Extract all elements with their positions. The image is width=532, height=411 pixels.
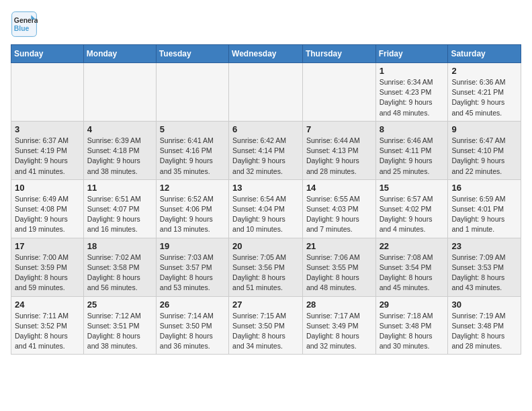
day-number: 4	[87, 124, 152, 134]
day-number: 8	[380, 124, 445, 134]
svg-text:Blue: Blue	[14, 25, 30, 32]
day-number: 6	[232, 124, 299, 134]
day-info: Sunrise: 6:41 AM Sunset: 4:16 PM Dayligh…	[160, 136, 225, 177]
day-number: 22	[380, 241, 445, 251]
weekday-header-friday: Friday	[375, 45, 448, 63]
weekday-header-saturday: Saturday	[448, 45, 521, 63]
day-cell: 14Sunrise: 6:55 AM Sunset: 4:03 PM Dayli…	[302, 179, 375, 238]
calendar-body: 1Sunrise: 6:34 AM Sunset: 4:23 PM Daylig…	[11, 63, 521, 355]
day-cell: 10Sunrise: 6:49 AM Sunset: 4:08 PM Dayli…	[11, 179, 84, 238]
day-cell: 12Sunrise: 6:52 AM Sunset: 4:06 PM Dayli…	[156, 179, 228, 238]
day-number: 16	[451, 183, 517, 193]
day-cell: 18Sunrise: 7:02 AM Sunset: 3:58 PM Dayli…	[83, 238, 156, 296]
day-info: Sunrise: 7:17 AM Sunset: 3:49 PM Dayligh…	[306, 311, 372, 352]
day-cell: 2Sunrise: 6:36 AM Sunset: 4:21 PM Daylig…	[448, 63, 521, 122]
day-info: Sunrise: 7:06 AM Sunset: 3:55 PM Dayligh…	[306, 253, 372, 293]
weekday-header-thursday: Thursday	[302, 45, 375, 63]
logo: General Blue	[11, 11, 42, 38]
day-info: Sunrise: 7:12 AM Sunset: 3:51 PM Dayligh…	[87, 311, 152, 352]
svg-rect-0	[12, 12, 37, 37]
day-info: Sunrise: 6:59 AM Sunset: 4:01 PM Dayligh…	[451, 194, 517, 235]
day-info: Sunrise: 6:51 AM Sunset: 4:07 PM Dayligh…	[87, 194, 152, 235]
day-info: Sunrise: 6:36 AM Sunset: 4:21 PM Dayligh…	[451, 77, 517, 118]
day-number: 28	[306, 300, 372, 310]
day-info: Sunrise: 6:55 AM Sunset: 4:03 PM Dayligh…	[306, 194, 372, 235]
day-cell: 7Sunrise: 6:44 AM Sunset: 4:13 PM Daylig…	[302, 121, 375, 179]
day-info: Sunrise: 7:02 AM Sunset: 3:58 PM Dayligh…	[87, 253, 152, 293]
week-row-2: 3Sunrise: 6:37 AM Sunset: 4:19 PM Daylig…	[11, 121, 521, 179]
logo-icon: General Blue	[11, 11, 38, 38]
day-cell: 24Sunrise: 7:11 AM Sunset: 3:52 PM Dayli…	[11, 296, 84, 355]
day-cell	[156, 63, 228, 122]
day-info: Sunrise: 7:00 AM Sunset: 3:59 PM Dayligh…	[15, 253, 80, 293]
day-info: Sunrise: 7:03 AM Sunset: 3:57 PM Dayligh…	[160, 253, 225, 293]
day-info: Sunrise: 6:44 AM Sunset: 4:13 PM Dayligh…	[306, 136, 372, 177]
day-cell: 1Sunrise: 6:34 AM Sunset: 4:23 PM Daylig…	[375, 63, 448, 122]
day-cell: 20Sunrise: 7:05 AM Sunset: 3:56 PM Dayli…	[229, 238, 303, 296]
day-cell: 16Sunrise: 6:59 AM Sunset: 4:01 PM Dayli…	[448, 179, 521, 238]
day-number: 9	[451, 124, 517, 134]
day-info: Sunrise: 6:57 AM Sunset: 4:02 PM Dayligh…	[380, 194, 445, 235]
day-number: 1	[380, 66, 445, 76]
day-number: 26	[160, 300, 225, 310]
weekday-header-tuesday: Tuesday	[156, 45, 228, 63]
day-number: 14	[306, 183, 372, 193]
svg-text:General: General	[14, 17, 38, 24]
weekday-row: SundayMondayTuesdayWednesdayThursdayFrid…	[11, 45, 521, 63]
day-info: Sunrise: 6:54 AM Sunset: 4:04 PM Dayligh…	[232, 194, 299, 235]
day-number: 7	[306, 124, 372, 134]
day-info: Sunrise: 6:46 AM Sunset: 4:11 PM Dayligh…	[380, 136, 445, 177]
week-row-4: 17Sunrise: 7:00 AM Sunset: 3:59 PM Dayli…	[11, 238, 521, 296]
day-cell: 4Sunrise: 6:39 AM Sunset: 4:18 PM Daylig…	[83, 121, 156, 179]
day-cell: 8Sunrise: 6:46 AM Sunset: 4:11 PM Daylig…	[375, 121, 448, 179]
day-number: 10	[15, 183, 80, 193]
day-number: 2	[451, 66, 517, 76]
day-info: Sunrise: 6:42 AM Sunset: 4:14 PM Dayligh…	[232, 136, 299, 177]
day-cell: 19Sunrise: 7:03 AM Sunset: 3:57 PM Dayli…	[156, 238, 228, 296]
day-cell: 9Sunrise: 6:47 AM Sunset: 4:10 PM Daylig…	[448, 121, 521, 179]
day-number: 17	[15, 241, 80, 251]
calendar-table: SundayMondayTuesdayWednesdayThursdayFrid…	[11, 44, 521, 355]
day-info: Sunrise: 7:09 AM Sunset: 3:53 PM Dayligh…	[451, 253, 517, 293]
day-cell: 22Sunrise: 7:08 AM Sunset: 3:54 PM Dayli…	[375, 238, 448, 296]
day-number: 21	[306, 241, 372, 251]
calendar-header: SundayMondayTuesdayWednesdayThursdayFrid…	[11, 45, 521, 63]
day-info: Sunrise: 6:39 AM Sunset: 4:18 PM Dayligh…	[87, 136, 152, 177]
day-number: 13	[232, 183, 299, 193]
week-row-5: 24Sunrise: 7:11 AM Sunset: 3:52 PM Dayli…	[11, 296, 521, 355]
day-cell	[302, 63, 375, 122]
day-cell: 30Sunrise: 7:19 AM Sunset: 3:48 PM Dayli…	[448, 296, 521, 355]
week-row-1: 1Sunrise: 6:34 AM Sunset: 4:23 PM Daylig…	[11, 63, 521, 122]
day-cell: 11Sunrise: 6:51 AM Sunset: 4:07 PM Dayli…	[83, 179, 156, 238]
day-info: Sunrise: 7:11 AM Sunset: 3:52 PM Dayligh…	[15, 311, 80, 352]
day-number: 30	[451, 300, 517, 310]
weekday-header-wednesday: Wednesday	[229, 45, 303, 63]
day-cell: 25Sunrise: 7:12 AM Sunset: 3:51 PM Dayli…	[83, 296, 156, 355]
weekday-header-monday: Monday	[83, 45, 156, 63]
day-cell: 23Sunrise: 7:09 AM Sunset: 3:53 PM Dayli…	[448, 238, 521, 296]
day-cell	[11, 63, 84, 122]
day-info: Sunrise: 6:47 AM Sunset: 4:10 PM Dayligh…	[451, 136, 517, 177]
day-cell: 17Sunrise: 7:00 AM Sunset: 3:59 PM Dayli…	[11, 238, 84, 296]
day-number: 27	[232, 300, 299, 310]
day-number: 24	[15, 300, 80, 310]
day-info: Sunrise: 6:34 AM Sunset: 4:23 PM Dayligh…	[380, 77, 445, 118]
day-cell: 5Sunrise: 6:41 AM Sunset: 4:16 PM Daylig…	[156, 121, 228, 179]
day-number: 25	[87, 300, 152, 310]
day-cell: 29Sunrise: 7:18 AM Sunset: 3:48 PM Dayli…	[375, 296, 448, 355]
day-number: 12	[160, 183, 225, 193]
day-number: 3	[15, 124, 80, 134]
day-info: Sunrise: 7:18 AM Sunset: 3:48 PM Dayligh…	[380, 311, 445, 352]
day-cell: 26Sunrise: 7:14 AM Sunset: 3:50 PM Dayli…	[156, 296, 228, 355]
weekday-header-sunday: Sunday	[11, 45, 84, 63]
day-cell: 21Sunrise: 7:06 AM Sunset: 3:55 PM Dayli…	[302, 238, 375, 296]
day-cell: 3Sunrise: 6:37 AM Sunset: 4:19 PM Daylig…	[11, 121, 84, 179]
day-info: Sunrise: 7:15 AM Sunset: 3:50 PM Dayligh…	[232, 311, 299, 352]
day-info: Sunrise: 6:52 AM Sunset: 4:06 PM Dayligh…	[160, 194, 225, 235]
day-number: 23	[451, 241, 517, 251]
day-info: Sunrise: 7:14 AM Sunset: 3:50 PM Dayligh…	[160, 311, 225, 352]
day-cell: 15Sunrise: 6:57 AM Sunset: 4:02 PM Dayli…	[375, 179, 448, 238]
day-info: Sunrise: 6:49 AM Sunset: 4:08 PM Dayligh…	[15, 194, 80, 235]
week-row-3: 10Sunrise: 6:49 AM Sunset: 4:08 PM Dayli…	[11, 179, 521, 238]
day-cell: 6Sunrise: 6:42 AM Sunset: 4:14 PM Daylig…	[229, 121, 303, 179]
